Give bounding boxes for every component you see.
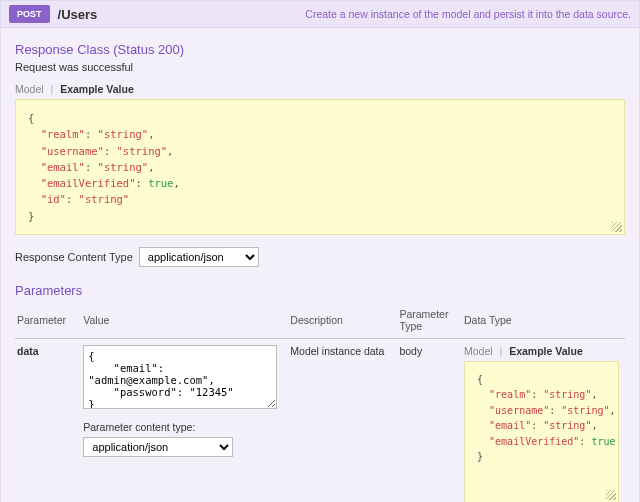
endpoint-path: /Users [58,7,98,22]
datatype-tab-model[interactable]: Model [464,345,493,357]
response-content-type-label: Response Content Type [15,251,133,263]
param-name: data [17,345,39,357]
parameters-header-row: Parameter Value Description Parameter Ty… [15,304,625,339]
response-content-type-select[interactable]: application/json [139,247,259,267]
parameters-heading: Parameters [15,283,625,298]
parameters-table: Parameter Value Description Parameter Ty… [15,304,625,502]
param-content-type-select[interactable]: application/json [83,437,233,457]
response-content-type-row: Response Content Type application/json [15,247,625,267]
tab-separator: | [500,345,503,357]
tab-model[interactable]: Model [15,83,44,95]
col-data-type: Data Type [462,304,625,339]
data-type-box: Model | Example Value { "realm": "string… [464,345,619,502]
param-content-type-label: Parameter content type: [83,421,282,433]
endpoint-summary: Create a new instance of the model and p… [97,8,631,20]
col-value: Value [81,304,288,339]
col-parameter-type: Parameter Type [397,304,462,339]
operation-body: Response Class (Status 200) Request was … [1,28,639,502]
resize-handle-icon[interactable] [612,222,622,232]
operation-panel: POST /Users Create a new instance of the… [0,0,640,502]
response-subtitle: Request was successful [15,61,625,73]
param-value-textarea[interactable]: { "email": "admin@example.com", "passwor… [83,345,277,409]
resize-handle-icon[interactable] [606,490,616,500]
operation-header[interactable]: POST /Users Create a new instance of the… [1,1,639,28]
col-parameter: Parameter [15,304,81,339]
datatype-tabs: Model | Example Value [464,345,619,357]
response-class-heading: Response Class (Status 200) [15,42,625,57]
datatype-tab-example[interactable]: Example Value [509,345,583,357]
col-description: Description [288,304,397,339]
http-method-badge: POST [9,5,50,23]
param-type: body [397,338,462,502]
datatype-example-box[interactable]: { "realm": "string", "username": "string… [464,361,619,502]
response-example-box[interactable]: { "realm": "string", "username": "string… [15,99,625,235]
response-tabs: Model | Example Value [15,83,625,95]
tab-example-value[interactable]: Example Value [60,83,134,95]
tab-separator: | [51,83,54,95]
table-row: data { "email": "admin@example.com", "pa… [15,338,625,502]
param-description: Model instance data [288,338,397,502]
